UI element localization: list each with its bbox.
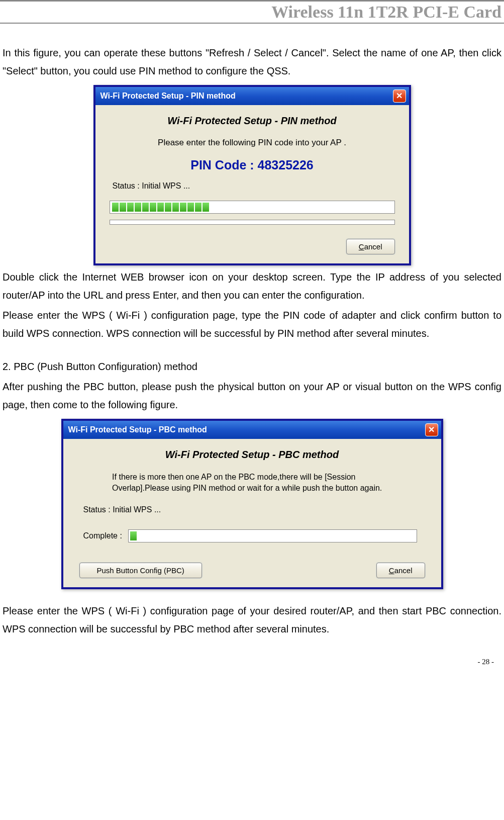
thin-bar	[110, 220, 395, 225]
progress-segment	[127, 203, 134, 212]
cancel-underline-pbc: C	[389, 566, 394, 575]
pin-label: PIN Code :	[190, 158, 257, 172]
cancel-rest-pbc: ancel	[394, 566, 413, 575]
pin-code-display: PIN Code : 48325226	[110, 158, 395, 172]
header-title: Wireless 11n 1T2R PCI-E Card	[0, 3, 504, 22]
cancel-button-pbc[interactable]: Cancel	[376, 563, 425, 578]
cancel-underline: C	[359, 242, 364, 251]
close-icon: ✕	[428, 426, 435, 434]
page-footer: - 28 -	[0, 640, 504, 674]
titlebar-title-pin: Wi-Fi Protected Setup - PIN method	[100, 92, 393, 101]
pin-value: 48325226	[258, 158, 314, 172]
titlebar-pin: Wi-Fi Protected Setup - PIN method ✕	[95, 87, 409, 105]
progress-segment	[112, 203, 119, 212]
page-header: Wireless 11n 1T2R PCI-E Card	[0, 0, 504, 24]
dialog-pbc-wrapper: Wi-Fi Protected Setup - PBC method ✕ Wi-…	[3, 419, 501, 589]
dialog-heading-pbc: Wi-Fi Protected Setup - PBC method	[77, 449, 427, 461]
complete-progress-bar	[128, 529, 417, 542]
paragraph-1: In this figure, you can operate these bu…	[3, 44, 501, 80]
dialog-info-pbc: If there is more then one AP on the PBC …	[112, 472, 392, 494]
dialog-heading-pin: Wi-Fi Protected Setup - PIN method	[110, 115, 395, 127]
pbc-button[interactable]: Push Button Config (PBC)	[79, 563, 202, 578]
dialog-body-pin: Wi-Fi Protected Setup - PIN method Pleas…	[95, 105, 409, 263]
paragraph-3: Please enter the WPS ( Wi-Fi ) configura…	[3, 306, 501, 342]
dialog-body-pbc: Wi-Fi Protected Setup - PBC method If th…	[63, 439, 441, 587]
progress-segment	[135, 203, 141, 212]
cancel-rest: ancel	[364, 242, 382, 251]
complete-segment	[130, 531, 137, 540]
progress-segment	[195, 203, 201, 212]
cancel-button-pin[interactable]: Cancel	[346, 239, 395, 254]
button-row-pin: Cancel	[110, 239, 395, 254]
titlebar-title-pbc: Wi-Fi Protected Setup - PBC method	[68, 425, 425, 434]
close-icon: ✕	[396, 92, 402, 100]
progress-segment	[172, 203, 179, 212]
progress-segment	[165, 203, 171, 212]
button-row-pbc: Push Button Config (PBC) Cancel	[77, 563, 427, 578]
dialog-pbc: Wi-Fi Protected Setup - PBC method ✕ Wi-…	[61, 419, 443, 589]
complete-label: Complete :	[83, 531, 122, 540]
progress-segment	[120, 203, 126, 212]
progress-segment	[180, 203, 186, 212]
close-button-pin[interactable]: ✕	[393, 89, 406, 103]
paragraph-2: Double click the Internet WEB browser ic…	[3, 268, 501, 304]
dialog-instruction-pin: Please enter the following PIN code into…	[110, 138, 395, 148]
page-number: - 28 -	[478, 658, 494, 666]
progress-segment	[187, 203, 194, 212]
paragraph-6: Please enter the WPS ( Wi-Fi ) configura…	[3, 602, 501, 638]
section-heading-pbc: 2. PBC (Push Button Configuration) metho…	[3, 357, 501, 376]
close-button-pbc[interactable]: ✕	[425, 423, 438, 436]
progress-segment	[157, 203, 164, 212]
dialog-pin-wrapper: Wi-Fi Protected Setup - PIN method ✕ Wi-…	[3, 85, 501, 265]
progress-segment	[150, 203, 156, 212]
complete-row: Complete :	[77, 529, 427, 542]
dialog-pin: Wi-Fi Protected Setup - PIN method ✕ Wi-…	[93, 85, 411, 265]
progress-segment	[142, 203, 149, 212]
titlebar-pbc: Wi-Fi Protected Setup - PBC method ✕	[63, 421, 441, 439]
content-area: In this figure, you can operate these bu…	[0, 44, 504, 638]
paragraph-5: After pushing the PBC button, please pus…	[3, 378, 501, 414]
progress-segment	[203, 203, 209, 212]
progress-bar-pin	[110, 201, 395, 214]
progress-segments	[111, 203, 209, 212]
status-line-pin: Status : Initial WPS ...	[110, 181, 395, 191]
status-line-pbc: Status : Initial WPS ...	[77, 505, 427, 514]
